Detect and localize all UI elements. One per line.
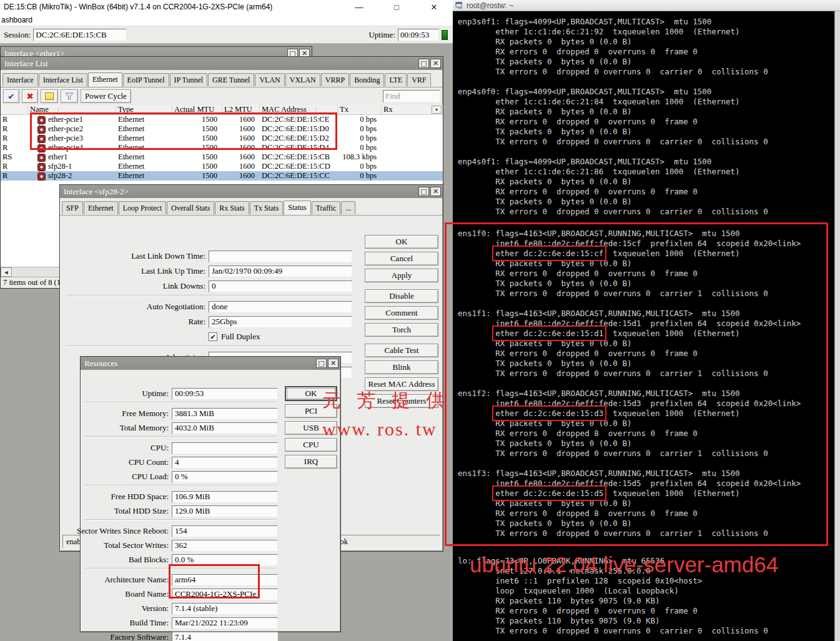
maximize-icon[interactable]: □ [316,359,327,368]
interface-list-tab-ethernet[interactable]: Ethernet [88,72,122,87]
full-duplex-checkbox[interactable]: ✔ [209,332,217,341]
table-row-sfp28-1[interactable]: Rsfp28-1Ethernet15001600DC:2C:6E:DE:15:C… [1,162,443,171]
column-header-type[interactable]: Type [116,105,172,114]
column-header-name[interactable]: Name/ [28,105,116,114]
interface-list-tab-eoip-tunnel[interactable]: EoIP Tunnel [123,73,169,86]
column-header-mac-address[interactable]: MAC Address/ [260,105,338,114]
sfp-torch-button[interactable]: Torch [365,323,438,337]
maximize-icon[interactable]: □ [418,187,429,196]
sfp-disable-button[interactable]: Disable [365,289,438,303]
interface-list-tab-gre-tunnel[interactable]: GRE Tunnel [208,73,254,86]
close-button[interactable]: ✕ [428,2,440,12]
last-link-down-time-input[interactable] [209,251,352,262]
free-memory-input[interactable] [172,408,278,420]
interface-list-tab-vrrp[interactable]: VRRP [321,73,349,86]
sfp-titlebar[interactable]: Interface <sfp28-2> □ ✕ [60,185,443,198]
minimize-button[interactable]: — [353,2,365,12]
interface-list-tab-interface-list[interactable]: Interface List [39,73,87,86]
table-row-ether-pcie3[interactable]: Rether-pcie3Ethernet15001600DC:2C:6E:DE:… [1,134,443,143]
filter-button[interactable] [61,89,78,103]
table-header[interactable]: Name/TypeActual MTUL2 MTUMAC Address/TxR… [1,105,443,115]
total-memory-input[interactable] [172,422,278,434]
sfp-tab-traffic[interactable]: Traffic [312,201,341,214]
resources-usb-button[interactable]: USB [285,421,337,435]
disable-button[interactable]: ✖ [22,89,38,103]
interface-list-tab-vrf[interactable]: VRF [407,73,430,86]
terminal-block-ens1f1: ens1f1: flags=4163<UP,BROADCAST,RUNNING,… [458,309,825,379]
sfp-tab-[interactable]: ... [341,201,355,214]
cpu-count-input[interactable] [172,457,278,469]
table-row-ether-pcie1[interactable]: Rether-pcie1Ethernet15001600DC:2C:6E:DE:… [1,115,443,124]
close-icon[interactable]: ✕ [430,187,441,196]
cpu-input[interactable] [172,442,278,454]
resources-pci-button[interactable]: PCI [285,404,337,418]
sector-writes-since-reboot-input[interactable] [172,525,278,537]
table-row-ether-pcie4[interactable]: Rether-pcie4Ethernet15001600DC:2C:6E:DE:… [1,143,443,152]
cpu-load-input[interactable] [172,471,278,483]
resources-irq-button[interactable]: IRQ [285,455,337,469]
sfp-apply-button[interactable]: Apply [365,269,438,282]
field-label-cpu-count: CPU Count: [83,457,172,467]
architecture-name-input[interactable] [172,574,278,586]
table-row-ether1[interactable]: RSether1Ethernet15001600DC:2C:6E:DE:15:C… [1,152,443,162]
interface-list-tab-lte[interactable]: LTE [385,73,407,86]
sfp-reset-counters-button[interactable]: Reset Counters [365,394,438,408]
column-header-actual-mtu[interactable]: Actual MTU [172,105,222,114]
last-link-up-time-input[interactable] [209,266,352,277]
sfp-comment-button[interactable]: Comment [365,306,438,320]
interface-list-tab-vxlan[interactable]: VXLAN [285,73,320,86]
terminal-titlebar[interactable]: root@rostw: ~ [453,0,840,11]
sfp-tab-tx-stats[interactable]: Tx Stats [250,201,284,214]
enable-button[interactable]: ✔ [3,89,19,103]
column-dropdown-icon[interactable]: ▼ [432,106,442,114]
resources-ok-button[interactable]: OK [285,386,337,401]
total-hdd-size-input[interactable] [172,505,278,517]
column-header-l2-mtu[interactable]: L2 MTU [222,105,260,114]
terminal-scrollbar[interactable] [834,11,840,641]
sfp-tab-loop-protect[interactable]: Loop Protect [119,201,166,214]
comment-button[interactable] [41,89,58,103]
interface-list-tab-bonding[interactable]: Bonding [350,73,384,86]
table-row-sfp28-2[interactable]: Rsfp28-2Ethernet15001600DC:2C:6E:DE:15:C… [1,171,443,181]
scroll-left-icon[interactable]: ◄ [1,267,12,277]
sfp-tab-overall-stats[interactable]: Overall Stats [167,201,214,214]
close-icon[interactable]: ✕ [430,59,441,68]
sfp-tab-status[interactable]: Status [284,201,310,215]
sfp-ok-button[interactable]: OK [365,235,438,249]
session-input[interactable] [33,29,127,41]
bad-blocks-input[interactable] [172,554,278,566]
column-header-tx[interactable]: Tx [338,105,382,114]
auto-negotiation-input[interactable] [209,301,352,313]
factory-software-input[interactable] [172,632,278,641]
table-row-ether-pcie2[interactable]: Rether-pcie2Ethernet15001600DC:2C:6E:DE:… [1,124,443,134]
sfp-reset-mac-address-button[interactable]: Reset MAC Address [365,377,438,391]
sfp-cable-test-button[interactable]: Cable Test [365,344,438,357]
interface-list-titlebar[interactable]: Interface List □ ✕ [1,57,443,70]
interface-list-tab-ip-tunnel[interactable]: IP Tunnel [170,73,208,86]
sfp-tab-ethernet[interactable]: Ethernet [84,201,118,214]
terminal-output[interactable]: enp3s0f1: flags=4099<UP,BROADCAST,MULTIC… [453,11,834,641]
resources-cpu-button[interactable]: CPU [285,438,337,452]
build-time-input[interactable] [172,617,278,629]
resources-titlebar[interactable]: Resources □ ✕ [81,357,340,370]
total-sector-writes-input[interactable] [172,540,278,552]
sfp-blink-button[interactable]: Blink [365,360,438,374]
sfp-cancel-button[interactable]: Cancel [365,252,438,266]
close-icon[interactable]: ✕ [328,359,338,368]
uptime-input[interactable] [172,388,278,400]
free-hdd-space-input[interactable] [172,491,278,503]
rate-input[interactable] [209,316,352,328]
version-input[interactable] [172,603,278,615]
sfp-tab-sfp[interactable]: SFP [62,201,83,214]
interface-list-tab-vlan[interactable]: VLAN [255,73,284,86]
link-downs-input[interactable] [209,281,352,292]
power-cycle-button[interactable]: Power Cycle [81,89,131,103]
interface-list-tab-interface[interactable]: Interface [2,73,38,86]
maximize-button[interactable]: □ [390,2,403,12]
row-tx-rate: 0 bps [338,171,382,181]
find-input[interactable] [383,90,440,102]
board-name-input[interactable] [172,589,278,600]
maximize-icon[interactable]: □ [418,59,429,68]
menu-dashboard[interactable]: ashboard [1,16,32,24]
sfp-tab-rx-stats[interactable]: Rx Stats [215,201,249,214]
